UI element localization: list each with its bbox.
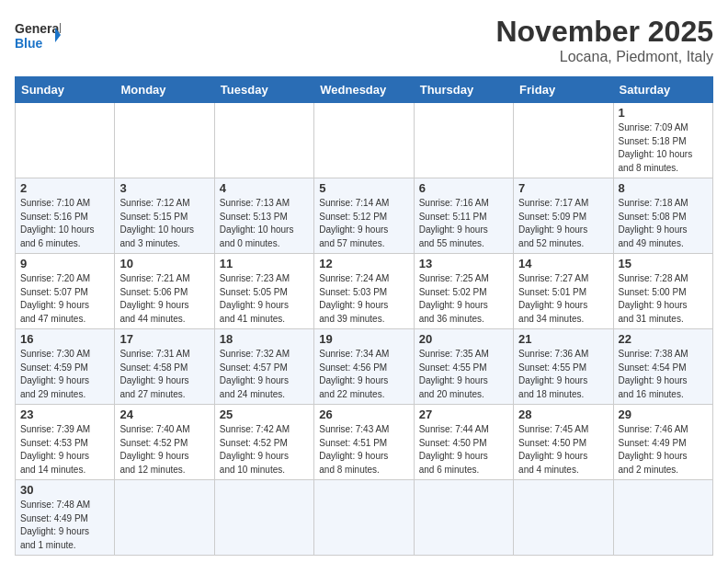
weekday-header-wednesday: Wednesday — [314, 77, 414, 103]
day-info: Sunrise: 7:48 AM Sunset: 4:49 PM Dayligh… — [20, 499, 109, 552]
calendar-cell — [214, 480, 313, 556]
calendar-cell: 12Sunrise: 7:24 AM Sunset: 5:03 PM Dayli… — [314, 254, 414, 329]
calendar-cell — [613, 480, 712, 556]
day-number: 5 — [319, 181, 408, 195]
day-info: Sunrise: 7:38 AM Sunset: 4:54 PM Dayligh… — [619, 348, 708, 401]
weekday-header-friday: Friday — [514, 77, 613, 103]
day-info: Sunrise: 7:13 AM Sunset: 5:13 PM Dayligh… — [220, 197, 309, 250]
day-info: Sunrise: 7:17 AM Sunset: 5:09 PM Dayligh… — [518, 197, 608, 250]
day-info: Sunrise: 7:23 AM Sunset: 5:05 PM Dayligh… — [220, 272, 309, 326]
day-number: 13 — [419, 257, 508, 270]
day-number: 4 — [220, 181, 309, 195]
day-info: Sunrise: 7:39 AM Sunset: 4:53 PM Dayligh… — [20, 423, 109, 477]
calendar-cell: 7Sunrise: 7:17 AM Sunset: 5:09 PM Daylig… — [514, 178, 613, 254]
weekday-header-tuesday: Tuesday — [214, 77, 313, 103]
day-number: 19 — [319, 332, 408, 346]
calendar-cell: 10Sunrise: 7:21 AM Sunset: 5:06 PM Dayli… — [115, 254, 214, 329]
day-info: Sunrise: 7:09 AM Sunset: 5:18 PM Dayligh… — [619, 121, 708, 175]
weekday-header-row: SundayMondayTuesdayWednesdayThursdayFrid… — [16, 77, 713, 103]
weekday-header-sunday: Sunday — [16, 77, 115, 103]
calendar-week-row: 23Sunrise: 7:39 AM Sunset: 4:53 PM Dayli… — [16, 405, 713, 480]
calendar-cell: 22Sunrise: 7:38 AM Sunset: 4:54 PM Dayli… — [613, 329, 712, 405]
calendar-cell — [514, 480, 613, 556]
day-number: 26 — [319, 408, 408, 421]
day-number: 21 — [518, 332, 608, 346]
calendar-cell: 1Sunrise: 7:09 AM Sunset: 5:18 PM Daylig… — [613, 103, 712, 178]
calendar-week-row: 2Sunrise: 7:10 AM Sunset: 5:16 PM Daylig… — [16, 178, 713, 254]
month-title: November 2025 — [495, 15, 713, 49]
day-info: Sunrise: 7:24 AM Sunset: 5:03 PM Dayligh… — [319, 272, 408, 326]
calendar-cell: 5Sunrise: 7:14 AM Sunset: 5:12 PM Daylig… — [314, 178, 414, 254]
day-info: Sunrise: 7:16 AM Sunset: 5:11 PM Dayligh… — [419, 197, 508, 250]
day-info: Sunrise: 7:46 AM Sunset: 4:49 PM Dayligh… — [619, 423, 708, 477]
svg-text:Blue: Blue — [15, 36, 43, 51]
calendar-week-row: 16Sunrise: 7:30 AM Sunset: 4:59 PM Dayli… — [16, 329, 713, 405]
day-info: Sunrise: 7:14 AM Sunset: 5:12 PM Dayligh… — [319, 197, 408, 250]
day-number: 28 — [518, 408, 608, 421]
calendar-cell — [514, 103, 613, 178]
day-info: Sunrise: 7:31 AM Sunset: 4:58 PM Dayligh… — [119, 348, 209, 401]
day-info: Sunrise: 7:35 AM Sunset: 4:55 PM Dayligh… — [419, 348, 508, 401]
calendar-table: SundayMondayTuesdayWednesdayThursdayFrid… — [15, 76, 713, 556]
day-info: Sunrise: 7:43 AM Sunset: 4:51 PM Dayligh… — [319, 423, 408, 477]
day-number: 22 — [619, 332, 708, 346]
day-number: 14 — [518, 257, 608, 270]
day-number: 17 — [119, 332, 209, 346]
day-number: 6 — [419, 181, 508, 195]
calendar-cell: 28Sunrise: 7:45 AM Sunset: 4:50 PM Dayli… — [514, 405, 613, 480]
calendar-cell — [414, 103, 513, 178]
day-info: Sunrise: 7:45 AM Sunset: 4:50 PM Dayligh… — [518, 423, 608, 477]
day-info: Sunrise: 7:20 AM Sunset: 5:07 PM Dayligh… — [20, 272, 109, 326]
day-info: Sunrise: 7:21 AM Sunset: 5:06 PM Dayligh… — [119, 272, 209, 326]
day-number: 20 — [419, 332, 508, 346]
calendar-cell: 13Sunrise: 7:25 AM Sunset: 5:02 PM Dayli… — [414, 254, 513, 329]
calendar-cell — [414, 480, 513, 556]
location-title: Locana, Piedmont, Italy — [495, 49, 713, 65]
calendar-cell: 3Sunrise: 7:12 AM Sunset: 5:15 PM Daylig… — [115, 178, 214, 254]
calendar-cell: 29Sunrise: 7:46 AM Sunset: 4:49 PM Dayli… — [613, 405, 712, 480]
day-number: 9 — [20, 257, 109, 270]
day-info: Sunrise: 7:12 AM Sunset: 5:15 PM Dayligh… — [119, 197, 209, 250]
calendar-cell: 30Sunrise: 7:48 AM Sunset: 4:49 PM Dayli… — [16, 480, 115, 556]
calendar-cell — [314, 103, 414, 178]
calendar-cell: 25Sunrise: 7:42 AM Sunset: 4:52 PM Dayli… — [214, 405, 313, 480]
calendar-cell — [214, 103, 313, 178]
weekday-header-thursday: Thursday — [414, 77, 513, 103]
calendar-cell: 14Sunrise: 7:27 AM Sunset: 5:01 PM Dayli… — [514, 254, 613, 329]
calendar-cell — [115, 480, 214, 556]
svg-text:General: General — [15, 21, 61, 36]
day-number: 18 — [220, 332, 309, 346]
day-number: 15 — [619, 257, 708, 270]
day-number: 1 — [619, 106, 708, 120]
day-number: 8 — [619, 181, 708, 195]
calendar-cell: 4Sunrise: 7:13 AM Sunset: 5:13 PM Daylig… — [214, 178, 313, 254]
day-number: 27 — [419, 408, 508, 421]
day-info: Sunrise: 7:44 AM Sunset: 4:50 PM Dayligh… — [419, 423, 508, 477]
day-number: 24 — [119, 408, 209, 421]
day-info: Sunrise: 7:28 AM Sunset: 5:00 PM Dayligh… — [619, 272, 708, 326]
day-info: Sunrise: 7:42 AM Sunset: 4:52 PM Dayligh… — [220, 423, 309, 477]
day-info: Sunrise: 7:34 AM Sunset: 4:56 PM Dayligh… — [319, 348, 408, 401]
day-number: 16 — [20, 332, 109, 346]
logo: General Blue — [15, 15, 61, 55]
calendar-cell — [115, 103, 214, 178]
day-info: Sunrise: 7:18 AM Sunset: 5:08 PM Dayligh… — [619, 197, 708, 250]
day-info: Sunrise: 7:27 AM Sunset: 5:01 PM Dayligh… — [518, 272, 608, 326]
page-header: General Blue November 2025 Locana, Piedm… — [15, 15, 713, 65]
day-number: 30 — [20, 483, 109, 497]
day-number: 11 — [220, 257, 309, 270]
calendar-cell: 23Sunrise: 7:39 AM Sunset: 4:53 PM Dayli… — [16, 405, 115, 480]
weekday-header-monday: Monday — [115, 77, 214, 103]
day-number: 23 — [20, 408, 109, 421]
calendar-cell: 19Sunrise: 7:34 AM Sunset: 4:56 PM Dayli… — [314, 329, 414, 405]
day-info: Sunrise: 7:40 AM Sunset: 4:52 PM Dayligh… — [119, 423, 209, 477]
day-info: Sunrise: 7:36 AM Sunset: 4:55 PM Dayligh… — [518, 348, 608, 401]
day-info: Sunrise: 7:30 AM Sunset: 4:59 PM Dayligh… — [20, 348, 109, 401]
calendar-cell — [314, 480, 414, 556]
day-number: 3 — [119, 181, 209, 195]
calendar-cell: 17Sunrise: 7:31 AM Sunset: 4:58 PM Dayli… — [115, 329, 214, 405]
calendar-cell — [16, 103, 115, 178]
day-number: 7 — [518, 181, 608, 195]
weekday-header-saturday: Saturday — [613, 77, 712, 103]
calendar-week-row: 30Sunrise: 7:48 AM Sunset: 4:49 PM Dayli… — [16, 480, 713, 556]
